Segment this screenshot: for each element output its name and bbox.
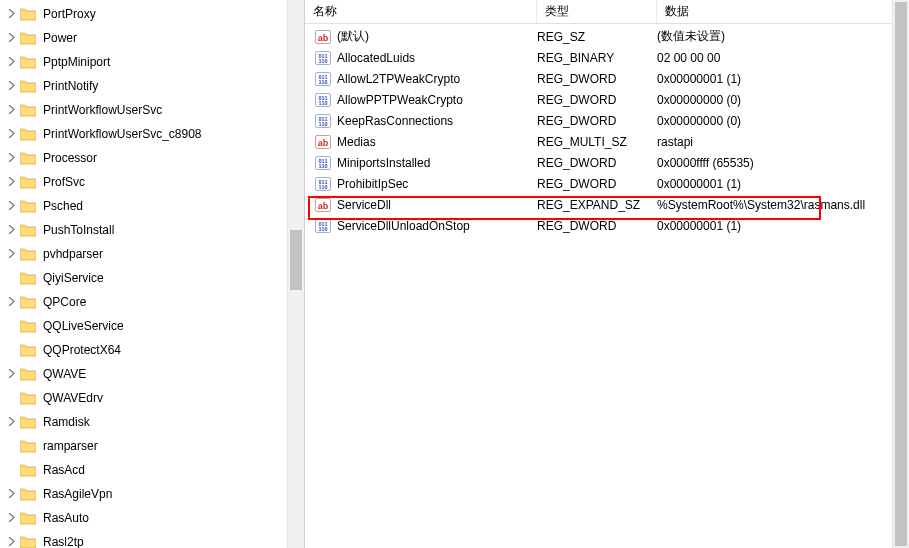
expand-icon[interactable]: [4, 513, 18, 524]
tree-item-printworkflowusersvc_c8908[interactable]: PrintWorkflowUserSvc_c8908: [2, 122, 304, 146]
tree-item-qwave[interactable]: QWAVE: [2, 362, 304, 386]
tree-item-label: QQProtectX64: [40, 342, 124, 358]
tree-item-rasl2tp[interactable]: Rasl2tp: [2, 530, 304, 548]
expand-icon[interactable]: [4, 81, 18, 92]
expand-icon[interactable]: [4, 297, 18, 308]
binary-value-icon: [315, 176, 331, 192]
header-name[interactable]: 名称: [305, 0, 537, 23]
tree-item-label: PushToInstall: [40, 222, 117, 238]
tree-item-pushtoinstall[interactable]: PushToInstall: [2, 218, 304, 242]
tree-item-psched[interactable]: Psched: [2, 194, 304, 218]
expand-icon[interactable]: [4, 201, 18, 212]
value-row[interactable]: AllowL2TPWeakCryptoREG_DWORD0x00000001 (…: [305, 68, 909, 89]
value-type: REG_SZ: [537, 30, 657, 44]
values-scrollbar[interactable]: [892, 0, 909, 548]
value-row[interactable]: MediasREG_MULTI_SZrastapi: [305, 131, 909, 152]
expand-icon[interactable]: [4, 129, 18, 140]
values-pane: 名称 类型 数据 (默认)REG_SZ(数值未设置)AllocatedLuids…: [305, 0, 909, 548]
registry-tree[interactable]: PortProxyPowerPptpMiniportPrintNotifyPri…: [0, 0, 304, 548]
folder-icon: [20, 391, 36, 405]
folder-icon: [20, 7, 36, 21]
tree-item-ramdisk[interactable]: Ramdisk: [2, 410, 304, 434]
tree-item-qpcore[interactable]: QPCore: [2, 290, 304, 314]
expand-icon[interactable]: [4, 249, 18, 260]
expand-icon[interactable]: [4, 369, 18, 380]
value-data: rastapi: [657, 135, 909, 149]
tree-item-label: Ramdisk: [40, 414, 93, 430]
expand-icon[interactable]: [4, 417, 18, 428]
tree-item-qqprotectx64[interactable]: QQProtectX64: [2, 338, 304, 362]
tree-item-processor[interactable]: Processor: [2, 146, 304, 170]
folder-icon: [20, 343, 36, 357]
tree-item-pvhdparser[interactable]: pvhdparser: [2, 242, 304, 266]
tree-item-power[interactable]: Power: [2, 26, 304, 50]
tree-item-rasauto[interactable]: RasAuto: [2, 506, 304, 530]
value-data: 0x00000000 (0): [657, 114, 909, 128]
header-data[interactable]: 数据: [657, 0, 909, 23]
tree-item-qqliveservice[interactable]: QQLiveService: [2, 314, 304, 338]
tree-item-profsvc[interactable]: ProfSvc: [2, 170, 304, 194]
tree-item-qwavedrv[interactable]: QWAVEdrv: [2, 386, 304, 410]
value-type: REG_DWORD: [537, 177, 657, 191]
value-row[interactable]: (默认)REG_SZ(数值未设置): [305, 26, 909, 47]
tree-item-portproxy[interactable]: PortProxy: [2, 2, 304, 26]
tree-pane[interactable]: PortProxyPowerPptpMiniportPrintNotifyPri…: [0, 0, 305, 548]
folder-icon: [20, 127, 36, 141]
expand-icon[interactable]: [4, 225, 18, 236]
tree-item-label: Psched: [40, 198, 86, 214]
tree-item-printworkflowusersvc[interactable]: PrintWorkflowUserSvc: [2, 98, 304, 122]
value-row[interactable]: AllowPPTPWeakCryptoREG_DWORD0x00000000 (…: [305, 89, 909, 110]
values-scroll-thumb[interactable]: [895, 2, 907, 546]
value-type: REG_DWORD: [537, 114, 657, 128]
binary-value-icon: [315, 113, 331, 129]
expand-icon[interactable]: [4, 153, 18, 164]
value-type: REG_DWORD: [537, 156, 657, 170]
tree-item-label: PptpMiniport: [40, 54, 113, 70]
expand-icon[interactable]: [4, 33, 18, 44]
tree-item-ramparser[interactable]: ramparser: [2, 434, 304, 458]
binary-value-icon: [315, 155, 331, 171]
expand-icon[interactable]: [4, 489, 18, 500]
value-row[interactable]: ServiceDllREG_EXPAND_SZ%SystemRoot%\Syst…: [305, 194, 909, 215]
folder-icon: [20, 175, 36, 189]
value-row[interactable]: KeepRasConnectionsREG_DWORD0x00000000 (0…: [305, 110, 909, 131]
tree-scroll-thumb[interactable]: [290, 230, 302, 290]
tree-item-label: PrintWorkflowUserSvc: [40, 102, 165, 118]
tree-item-printnotify[interactable]: PrintNotify: [2, 74, 304, 98]
tree-item-rasacd[interactable]: RasAcd: [2, 458, 304, 482]
value-row[interactable]: ServiceDllUnloadOnStopREG_DWORD0x0000000…: [305, 215, 909, 236]
expand-icon[interactable]: [4, 537, 18, 548]
value-type: REG_BINARY: [537, 51, 657, 65]
value-row[interactable]: ProhibitIpSecREG_DWORD0x00000001 (1): [305, 173, 909, 194]
tree-item-qiyiservice[interactable]: QiyiService: [2, 266, 304, 290]
string-value-icon: [315, 134, 331, 150]
folder-icon: [20, 487, 36, 501]
values-list[interactable]: (默认)REG_SZ(数值未设置)AllocatedLuidsREG_BINAR…: [305, 24, 909, 238]
expand-icon[interactable]: [4, 105, 18, 116]
value-data: 02 00 00 00: [657, 51, 909, 65]
tree-item-label: QPCore: [40, 294, 89, 310]
expand-icon[interactable]: [4, 57, 18, 68]
value-type: REG_MULTI_SZ: [537, 135, 657, 149]
registry-editor: PortProxyPowerPptpMiniportPrintNotifyPri…: [0, 0, 909, 548]
tree-item-rasagilevpn[interactable]: RasAgileVpn: [2, 482, 304, 506]
value-row[interactable]: MiniportsInstalledREG_DWORD0x0000ffff (6…: [305, 152, 909, 173]
tree-item-label: QiyiService: [40, 270, 107, 286]
tree-item-label: QWAVEdrv: [40, 390, 106, 406]
expand-icon[interactable]: [4, 9, 18, 20]
folder-icon: [20, 247, 36, 261]
folder-icon: [20, 31, 36, 45]
binary-value-icon: [315, 50, 331, 66]
tree-scrollbar[interactable]: [287, 0, 304, 548]
value-data: 0x0000ffff (65535): [657, 156, 909, 170]
value-name: KeepRasConnections: [337, 114, 453, 128]
expand-icon[interactable]: [4, 177, 18, 188]
folder-icon: [20, 295, 36, 309]
value-data: 0x00000001 (1): [657, 177, 909, 191]
header-type[interactable]: 类型: [537, 0, 657, 23]
values-header[interactable]: 名称 类型 数据: [305, 0, 909, 24]
value-row[interactable]: AllocatedLuidsREG_BINARY02 00 00 00: [305, 47, 909, 68]
tree-item-pptpminiport[interactable]: PptpMiniport: [2, 50, 304, 74]
tree-item-label: PrintNotify: [40, 78, 101, 94]
value-data: 0x00000000 (0): [657, 93, 909, 107]
